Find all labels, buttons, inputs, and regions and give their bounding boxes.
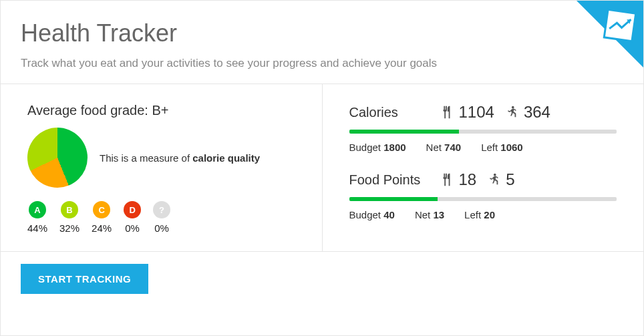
- grade-badge-letter: D: [124, 201, 141, 218]
- calories-eaten: 1104: [459, 103, 494, 122]
- pts-budget: 40: [383, 209, 395, 220]
- pts-left: 20: [484, 209, 495, 220]
- grade-badges: A44%B32%C24%D0%?0%: [27, 201, 295, 234]
- calories-label: Calories: [349, 105, 430, 120]
- grade-badge: B32%: [59, 201, 79, 234]
- grade-badge-pct: 0%: [153, 222, 170, 234]
- runner-icon: [486, 172, 500, 187]
- points-progress: [349, 197, 617, 201]
- cal-budget: 1800: [383, 142, 406, 153]
- points-label: Food Points: [349, 172, 430, 188]
- points-burned: 5: [506, 170, 514, 189]
- pts-budget-label: Budget: [349, 209, 384, 220]
- grade-badge-pct: 24%: [92, 222, 112, 234]
- pts-left-label: Left: [464, 209, 484, 220]
- fork-knife-icon: [439, 105, 454, 120]
- grade-badge-letter: ?: [153, 201, 170, 218]
- grade-badge-letter: C: [93, 201, 110, 218]
- pts-net-label: Net: [415, 209, 434, 220]
- page-subtitle: Track what you eat and your activities t…: [21, 57, 623, 70]
- metrics-panel: Calories 1104 364 Budget 1800 Net 740 Le…: [323, 84, 644, 251]
- pts-net: 13: [433, 209, 444, 220]
- points-eaten: 18: [459, 170, 477, 189]
- calories-burned: 364: [524, 103, 550, 122]
- chart-icon: [601, 7, 639, 44]
- grade-badge-letter: A: [29, 201, 46, 218]
- svg-point-3: [494, 174, 496, 176]
- runner-icon: [504, 105, 518, 120]
- grade-desc: This is a measure of: [100, 152, 192, 164]
- food-grade-panel: Average food grade: B+ This is a measure…: [1, 84, 323, 251]
- page-title: Health Tracker: [21, 19, 623, 47]
- cal-left-label: Left: [481, 142, 500, 153]
- grade-badge-pct: 0%: [124, 222, 141, 234]
- points-metric: Food Points 18 5 Budget 40 Net 13 Left 2…: [349, 170, 617, 220]
- grade-badge: C24%: [92, 201, 112, 234]
- grade-badge: D0%: [124, 201, 141, 234]
- calories-progress: [349, 130, 617, 134]
- start-tracking-button[interactable]: START TRACKING: [21, 264, 148, 294]
- grade-desc-bold: calorie quality: [192, 152, 260, 164]
- cal-net-label: Net: [426, 142, 445, 153]
- cal-net: 740: [444, 142, 461, 153]
- grade-badge: ?0%: [153, 201, 170, 234]
- grade-pie-chart: [27, 128, 88, 188]
- calories-metric: Calories 1104 364 Budget 1800 Net 740 Le…: [349, 103, 617, 153]
- cal-budget-label: Budget: [349, 142, 384, 153]
- grade-badge-pct: 32%: [59, 222, 79, 234]
- svg-point-2: [512, 106, 514, 109]
- cal-left: 1060: [500, 142, 522, 153]
- grade-badge-pct: 44%: [27, 222, 47, 234]
- grade-value: B+: [152, 103, 168, 118]
- grade-badge: A44%: [27, 201, 47, 234]
- grade-badge-letter: B: [61, 201, 78, 218]
- grade-label: Average food grade:: [27, 103, 152, 118]
- fork-knife-icon: [439, 172, 454, 187]
